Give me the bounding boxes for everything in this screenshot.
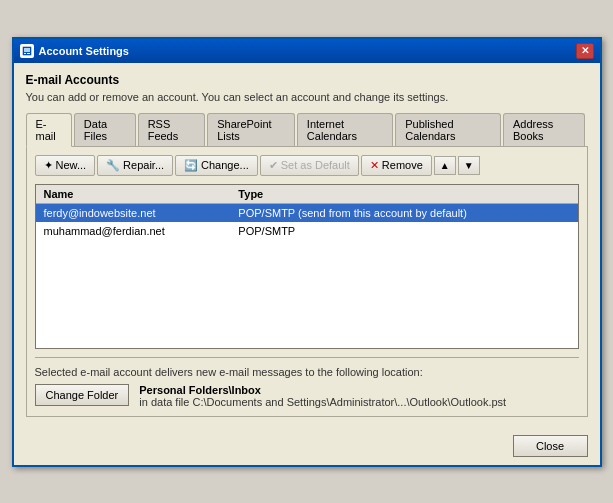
tab-data-files[interactable]: Data Files	[74, 113, 136, 146]
tab-internet-calendars[interactable]: Internet Calendars	[297, 113, 393, 146]
footer-desc: Selected e-mail account delivers new e-m…	[35, 366, 579, 378]
remove-icon: ✕	[370, 159, 379, 172]
change-folder-row: Change Folder Personal Folders\Inbox in …	[35, 384, 579, 408]
folder-name: Personal Folders\Inbox	[139, 384, 506, 396]
col-type-header: Type	[230, 185, 577, 204]
remove-label: Remove	[382, 159, 423, 171]
account-type: POP/SMTP	[230, 222, 577, 240]
table-row[interactable]: muhammad@ferdian.net POP/SMTP	[36, 222, 578, 240]
account-name: muhammad@ferdian.net	[36, 222, 231, 240]
tab-rss-feeds[interactable]: RSS Feeds	[138, 113, 206, 146]
tabs-bar: E-mail Data Files RSS Feeds SharePoint L…	[26, 113, 588, 147]
svg-rect-1	[24, 48, 30, 52]
footer-section: Selected e-mail account delivers new e-m…	[35, 357, 579, 408]
account-name: ferdy@indowebsite.net	[36, 203, 231, 222]
window-close-button[interactable]: ✕	[576, 43, 594, 59]
tab-published-calendars[interactable]: Published Calendars	[395, 113, 501, 146]
col-name-header: Name	[36, 185, 231, 204]
section-desc: You can add or remove an account. You ca…	[26, 91, 588, 103]
repair-icon: 🔧	[106, 159, 120, 172]
close-button[interactable]: Close	[513, 435, 588, 457]
tab-sharepoint-lists[interactable]: SharePoint Lists	[207, 113, 295, 146]
section-title: E-mail Accounts	[26, 73, 588, 87]
svg-rect-3	[27, 53, 30, 54]
change-button[interactable]: 🔄 Change...	[175, 155, 258, 176]
repair-button[interactable]: 🔧 Repair...	[97, 155, 173, 176]
account-settings-window: Account Settings ✕ E-mail Accounts You c…	[12, 37, 602, 467]
window-title: Account Settings	[39, 45, 129, 57]
set-default-button[interactable]: ✔ Set as Default	[260, 155, 359, 176]
folder-info: Personal Folders\Inbox in data file C:\D…	[139, 384, 506, 408]
tab-address-books[interactable]: Address Books	[503, 113, 585, 146]
remove-button[interactable]: ✕ Remove	[361, 155, 432, 176]
title-bar-left: Account Settings	[20, 44, 129, 58]
tab-panel-email: ✦ New... 🔧 Repair... 🔄 Change... ✔ Set a…	[26, 147, 588, 417]
move-down-button[interactable]: ▼	[458, 156, 480, 175]
svg-rect-2	[24, 53, 26, 54]
check-icon: ✔	[269, 159, 278, 172]
repair-label: Repair...	[123, 159, 164, 171]
change-folder-button[interactable]: Change Folder	[35, 384, 130, 406]
new-button[interactable]: ✦ New...	[35, 155, 96, 176]
change-label: Change...	[201, 159, 249, 171]
tab-email[interactable]: E-mail	[26, 113, 72, 147]
toolbar: ✦ New... 🔧 Repair... 🔄 Change... ✔ Set a…	[35, 155, 579, 176]
window-body: E-mail Accounts You can add or remove an…	[14, 63, 600, 427]
account-type: POP/SMTP (send from this account by defa…	[230, 203, 577, 222]
new-icon: ✦	[44, 159, 53, 172]
change-icon: 🔄	[184, 159, 198, 172]
set-default-label: Set as Default	[281, 159, 350, 171]
window-icon	[20, 44, 34, 58]
title-bar: Account Settings ✕	[14, 39, 600, 63]
new-label: New...	[56, 159, 87, 171]
bottom-bar: Close	[14, 427, 600, 465]
account-table: Name Type ferdy@indowebsite.net POP/SMTP…	[35, 184, 579, 349]
folder-path: in data file C:\Documents and Settings\A…	[139, 396, 506, 408]
move-up-button[interactable]: ▲	[434, 156, 456, 175]
table-row[interactable]: ferdy@indowebsite.net POP/SMTP (send fro…	[36, 203, 578, 222]
